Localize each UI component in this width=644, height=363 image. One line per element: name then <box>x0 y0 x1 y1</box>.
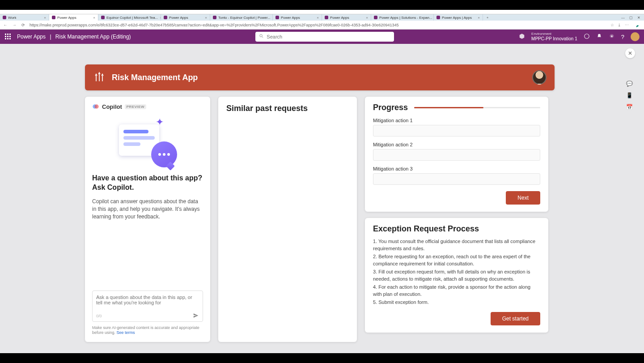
process-heading: Exception Request Process <box>373 224 540 234</box>
svg-rect-7 <box>7 38 8 39</box>
get-started-button[interactable]: Get started <box>491 312 540 325</box>
progress-panel: Progress Mitigation action 1Mitigation a… <box>365 97 548 212</box>
browser-tab[interactable]: Work× <box>0 14 49 21</box>
breadcrumb: Power Apps | Risk Management App (Editin… <box>17 34 131 40</box>
product-name: Power Apps <box>17 34 46 40</box>
similar-heading: Similar past requests <box>226 104 349 113</box>
mitigation-input-2[interactable] <box>373 149 540 161</box>
process-step: 2. Before requesting for an exception, r… <box>373 253 540 268</box>
progress-bar <box>414 107 540 108</box>
tab-close-icon[interactable]: × <box>364 16 368 20</box>
preview-badge: PREVIEW <box>125 104 146 109</box>
tab-close-icon[interactable]: × <box>203 16 207 20</box>
browser-tab-strip: Work×Power Apps×Equinor Copilot | Micros… <box>0 14 644 21</box>
search-input[interactable] <box>267 34 390 39</box>
browser-ext-icon[interactable]: ⋯ <box>625 23 629 27</box>
svg-rect-3 <box>5 36 6 37</box>
mitigation-field: Mitigation action 1 <box>373 118 540 137</box>
process-step: 3. Fill out exception request form, with… <box>373 269 540 283</box>
nav-back-icon[interactable]: ← <box>3 23 8 27</box>
copilot-header-icon[interactable] <box>584 33 590 40</box>
close-preview-button[interactable]: ✕ <box>625 48 635 58</box>
tab-close-icon[interactable]: × <box>476 16 480 20</box>
app-launcher-icon[interactable] <box>4 33 12 40</box>
phone-icon[interactable]: 📱 <box>626 92 633 98</box>
window-maximize-icon[interactable]: ▢ <box>629 16 633 20</box>
search-icon <box>259 34 264 40</box>
process-step: 1. You must consult the official guidanc… <box>373 238 540 252</box>
address-bar[interactable]: https://make.preprod.powerapps.com/e/8fc… <box>30 23 607 27</box>
copilot-illustration: ✦ <box>116 118 179 167</box>
calendar-icon[interactable]: 📅 <box>626 104 633 110</box>
environment-picker[interactable]: Environment MPPC-PP Innovation 1 <box>531 32 577 41</box>
svg-rect-1 <box>7 34 8 35</box>
settings-icon[interactable] <box>609 33 615 40</box>
chat-icon[interactable]: 💬 <box>626 81 633 87</box>
browser-tab[interactable]: Power Apps | Apps× <box>434 14 483 21</box>
svg-rect-5 <box>9 36 11 37</box>
bing-sidebar-icon[interactable] <box>632 22 641 28</box>
field-label: Mitigation action 3 <box>373 166 540 171</box>
notifications-icon[interactable] <box>596 33 602 40</box>
browser-tab[interactable]: Power Apps× <box>322 14 371 21</box>
browser-tab[interactable]: Equinor Copilot | Microsoft Tea...× <box>98 14 161 21</box>
send-icon[interactable] <box>193 312 199 320</box>
browser-ext-icon[interactable]: ⤓ <box>618 23 621 27</box>
copilot-disclaimer: Make sure AI-generated content is accura… <box>92 325 203 336</box>
svg-point-9 <box>260 34 263 37</box>
progress-heading: Progress <box>373 103 408 112</box>
svg-rect-0 <box>5 34 6 35</box>
app-preview: Risk Management App Copilot PREVIEW ✦ <box>85 64 555 342</box>
canvas-area: ✕ 💬 📱 📅 Risk Management App <box>0 44 644 353</box>
svg-rect-4 <box>7 36 8 37</box>
copilot-heading: Have a question about this app? Ask Copi… <box>92 174 203 192</box>
copilot-name: Copilot <box>102 103 122 110</box>
app-logo-icon <box>93 70 106 85</box>
browser-ext-icon[interactable]: ☆ <box>610 23 614 27</box>
char-count: 0/0 <box>96 314 102 318</box>
copilot-description: Copilot can answer questions about the d… <box>92 198 203 221</box>
global-search[interactable] <box>255 32 394 42</box>
user-avatar[interactable] <box>631 32 640 41</box>
app-user-avatar[interactable] <box>532 70 547 85</box>
tab-close-icon[interactable]: × <box>91 16 95 20</box>
see-terms-link[interactable]: See terms <box>117 330 135 335</box>
environment-icon[interactable] <box>519 33 525 40</box>
nav-forward-icon[interactable]: → <box>12 23 17 27</box>
new-tab-button[interactable]: + <box>483 14 492 21</box>
page-title: Risk Management App (Editing) <box>55 34 131 40</box>
copilot-input[interactable]: 0/0 <box>92 290 203 322</box>
help-icon[interactable]: ? <box>621 34 624 40</box>
browser-tab[interactable]: Power Apps× <box>49 14 98 21</box>
app-header: Risk Management App <box>85 64 555 90</box>
mitigation-input-1[interactable] <box>373 125 540 137</box>
mitigation-field: Mitigation action 3 <box>373 166 540 185</box>
svg-line-10 <box>262 37 263 38</box>
copilot-logo-icon <box>92 103 99 110</box>
process-steps: 1. You must consult the official guidanc… <box>373 238 540 306</box>
browser-tab[interactable]: Tonto - Equinor Copilot | Power...× <box>210 14 273 21</box>
window-close-icon[interactable]: ✕ <box>637 16 640 20</box>
exception-process-panel: Exception Request Process 1. You must co… <box>365 218 548 333</box>
tab-close-icon[interactable]: × <box>42 16 46 20</box>
browser-tab[interactable]: Power Apps× <box>273 14 322 21</box>
svg-point-11 <box>585 34 589 39</box>
os-titlebar <box>0 10 644 14</box>
field-label: Mitigation action 1 <box>373 118 540 123</box>
svg-rect-2 <box>9 34 11 35</box>
tab-close-icon[interactable]: × <box>158 16 161 20</box>
app-title: Risk Management App <box>112 73 198 82</box>
nav-refresh-icon[interactable]: ⟳ <box>21 23 26 27</box>
tab-close-icon[interactable]: × <box>315 16 319 20</box>
mitigation-input-3[interactable] <box>373 173 540 185</box>
process-step: 4. For each action to mitigate risk, pro… <box>373 284 540 298</box>
copilot-panel: Copilot PREVIEW ✦ Have a question about … <box>85 97 210 342</box>
window-minimize-icon[interactable]: — <box>621 16 625 20</box>
browser-tab[interactable]: Power Apps× <box>161 14 210 21</box>
svg-point-17 <box>94 104 98 108</box>
next-button[interactable]: Next <box>506 191 540 205</box>
copilot-textarea[interactable] <box>96 295 199 311</box>
svg-rect-8 <box>9 38 11 39</box>
mitigation-field: Mitigation action 2 <box>373 142 540 161</box>
browser-tab[interactable]: Power Apps | Solutions - Expan...× <box>371 14 434 21</box>
